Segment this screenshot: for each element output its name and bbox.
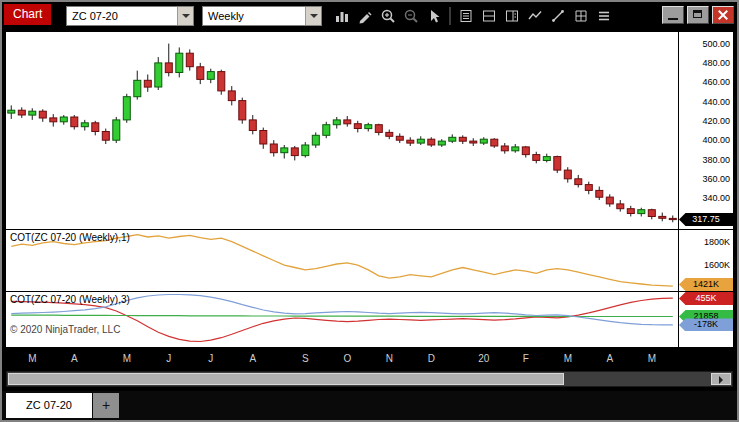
- tab-zc-07-20[interactable]: ZC 07-20: [6, 393, 92, 418]
- price-tick-label: 460.00: [702, 77, 730, 87]
- price-panel[interactable]: [6, 32, 678, 229]
- price-tick-label: 440.00: [702, 97, 730, 107]
- cot1-panel[interactable]: COT(ZC 07-20 (Weekly),1): [6, 230, 678, 291]
- chart-toolbar: [332, 6, 614, 26]
- time-axis-label: A: [245, 353, 261, 364]
- cot3-panel-label: COT(ZC 07-20 (Weekly),3): [10, 294, 130, 305]
- scrollbar-thumb[interactable]: [8, 373, 564, 385]
- zoom-out-icon[interactable]: [401, 6, 421, 26]
- chart-trader-icon[interactable]: [502, 6, 522, 26]
- minimize-button[interactable]: [662, 6, 684, 24]
- cot1-tick-label: 1600K: [704, 260, 730, 270]
- interval-selector[interactable]: Weekly: [202, 6, 322, 26]
- instrument-selector[interactable]: ZC 07-20: [66, 6, 194, 26]
- price-tick-label: 360.00: [702, 174, 730, 184]
- cot3-red-value-badge: 455K: [679, 292, 733, 305]
- maximize-button[interactable]: [687, 6, 709, 24]
- time-axis-label: N: [381, 353, 397, 364]
- minimize-icon: [668, 18, 678, 20]
- cot3-panel[interactable]: COT(ZC 07-20 (Weekly),3) © 2020 NinjaTra…: [6, 292, 678, 347]
- toolbar-separator: [449, 7, 451, 25]
- time-axis-label: O: [339, 353, 355, 364]
- titlebar: Chart ZC 07-20 Weekly: [2, 2, 737, 30]
- cot1-tick-label: 1800K: [704, 237, 730, 247]
- drawing-tools-icon[interactable]: [355, 6, 375, 26]
- time-axis-label: M: [24, 353, 40, 364]
- pointer-icon[interactable]: [424, 6, 444, 26]
- time-axis-label: 20: [476, 353, 492, 364]
- instrument-selector-value: ZC 07-20: [72, 7, 118, 25]
- chart-window: Chart ZC 07-20 Weekly: [0, 0, 739, 422]
- window-controls: [662, 6, 734, 24]
- price-tick-label: 340.00: [702, 193, 730, 203]
- time-axis-label: M: [644, 353, 660, 364]
- chevron-down-icon[interactable]: [177, 7, 193, 25]
- close-button[interactable]: [712, 6, 734, 24]
- interval-selector-value: Weekly: [208, 7, 244, 25]
- maximize-icon: [693, 10, 702, 18]
- time-axis[interactable]: MAMJJASOND20FMAM: [6, 347, 678, 369]
- cot3-blue-value-badge: -178K: [679, 318, 733, 331]
- grid-icon[interactable]: [571, 6, 591, 26]
- zigzag-icon[interactable]: [525, 6, 545, 26]
- copyright-text: © 2020 NinjaTrader, LLC: [10, 324, 120, 335]
- chevron-down-icon[interactable]: [305, 7, 321, 25]
- price-tick-label: 420.00: [702, 116, 730, 126]
- cot1-value-badge: 1421K: [679, 278, 733, 291]
- tab-bar: ZC 07-20 +: [2, 391, 737, 420]
- time-axis-label: J: [161, 353, 177, 364]
- price-tick-label: 380.00: [702, 155, 730, 165]
- time-axis-label: J: [203, 353, 219, 364]
- time-axis-label: D: [423, 353, 439, 364]
- cot1-panel-label: COT(ZC 07-20 (Weekly),1): [10, 232, 130, 243]
- data-box-icon[interactable]: [456, 6, 476, 26]
- price-tick-label: 480.00: [702, 58, 730, 68]
- time-axis-label: M: [560, 353, 576, 364]
- horizontal-scrollbar[interactable]: [6, 371, 733, 387]
- chart-style-icon[interactable]: [332, 6, 352, 26]
- price-tick-label: 500.00: [702, 39, 730, 49]
- time-axis-label: S: [297, 353, 313, 364]
- cot1-axis[interactable]: 1421K 1800K1600K: [679, 230, 733, 291]
- add-tab-button[interactable]: +: [93, 393, 119, 418]
- regions-icon[interactable]: [479, 6, 499, 26]
- last-price-badge: 317.75: [679, 213, 733, 226]
- cot3-axis[interactable]: 455K 21858 -178K: [679, 292, 733, 347]
- candlestick-chart[interactable]: [6, 32, 678, 229]
- time-axis-label: M: [119, 353, 135, 364]
- properties-icon[interactable]: [594, 6, 614, 26]
- price-axis[interactable]: 317.75 500.00480.00460.00440.00420.00400…: [679, 32, 733, 229]
- trend-line-icon[interactable]: [548, 6, 568, 26]
- time-axis-label: F: [518, 353, 534, 364]
- time-axis-label: A: [602, 353, 618, 364]
- price-tick-label: 400.00: [702, 135, 730, 145]
- zoom-in-icon[interactable]: [378, 6, 398, 26]
- scroll-right-button[interactable]: [711, 373, 731, 385]
- window-title: Chart: [4, 4, 51, 25]
- time-axis-label: A: [66, 353, 82, 364]
